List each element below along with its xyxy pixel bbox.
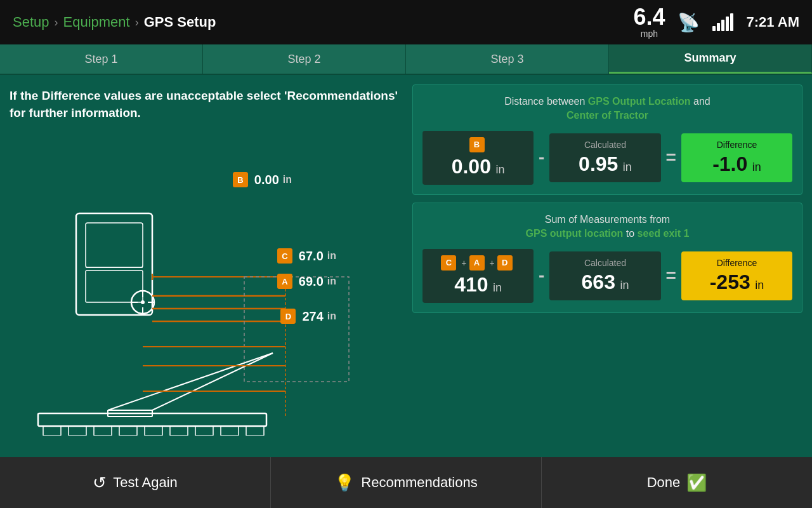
tractor-diagram: B 0.00 in C 67.0 in A 69.0 in D 274 in (10, 131, 403, 448)
a-badge: A (277, 274, 292, 289)
card2-highlight1: GPS output location (526, 228, 624, 239)
d-label: D 274 in (280, 309, 336, 324)
card-sum-measurements: Sum of Measurements from GPS output loca… (412, 203, 802, 313)
breadcrumb-arrow-2: › (135, 16, 139, 29)
a-value: 69.0 (299, 274, 324, 289)
breadcrumb-gps-setup: GPS Setup (144, 14, 216, 30)
recommendations-label: Recommendations (361, 474, 477, 491)
card2-row: C + A + D 410 in - Calculated 663 in = (422, 249, 792, 303)
card2-equals: = (666, 265, 676, 286)
left-panel: If the Difference values are unacceptabl… (10, 84, 403, 448)
card1-highlight2: Center of Tractor (566, 110, 648, 121)
card1-equals: = (666, 147, 676, 168)
top-right-info: 6.4 mph 📡 7:21 AM (633, 6, 799, 39)
test-again-button[interactable]: ↺ Test Again (0, 457, 271, 508)
tab-step3[interactable]: Step 3 (406, 44, 609, 74)
main-content: If the Difference values are unacceptabl… (0, 75, 812, 457)
recommendations-icon: 💡 (334, 473, 355, 493)
card2-difference-label: Difference (691, 258, 783, 268)
card1-row: B 0.00 in - Calculated 0.95 in = Differe… (422, 131, 792, 185)
card1-minus: - (539, 147, 544, 168)
card2-measured-value: 410 (454, 273, 488, 296)
c-unit: in (327, 250, 336, 262)
card1-measured-unit: in (495, 163, 504, 176)
card2-highlight2: seed exit 1 (638, 228, 690, 239)
tab-summary[interactable]: Summary (609, 44, 812, 74)
speed-unit: mph (633, 29, 665, 39)
d-value: 274 (302, 309, 323, 324)
d-unit: in (327, 311, 336, 322)
signal-phone-icon: 📡 (678, 12, 700, 33)
card2-a-badge: A (469, 255, 485, 271)
right-panel: Distance between GPS Output Location and… (412, 84, 802, 448)
b-badge: B (233, 172, 248, 187)
card2-calculated-label: Calculated (559, 258, 651, 268)
a-label: A 69.0 in (277, 274, 336, 289)
card2-title2: to (626, 228, 638, 239)
card1-highlight1: GPS Output Location (588, 96, 691, 107)
card2-difference-unit: in (755, 279, 764, 291)
card1-difference-value: -1.0 (712, 152, 747, 175)
card2-measured-box: C + A + D 410 in (422, 249, 534, 303)
svg-point-6 (141, 300, 145, 304)
tab-step2[interactable]: Step 2 (203, 44, 406, 74)
test-again-icon: ↺ (93, 473, 107, 493)
done-label: Done (647, 474, 681, 491)
done-button[interactable]: Done ✅ (542, 457, 812, 508)
card2-calculated-unit: in (620, 279, 629, 291)
time-display: 7:21 AM (746, 14, 799, 30)
c-value: 67.0 (299, 249, 324, 264)
card1-title: Distance between GPS Output Location and… (422, 95, 792, 123)
breadcrumb: Setup › Equipment › GPS Setup (13, 14, 216, 30)
recommendations-button[interactable]: 💡 Recommendations (271, 457, 542, 508)
card2-badge-row: C + A + D (432, 255, 524, 271)
tab-step1[interactable]: Step 1 (0, 44, 203, 74)
card1-calculated-box: Calculated 0.95 in (549, 133, 660, 182)
card1-difference-label: Difference (691, 140, 783, 150)
card1-calculated-label: Calculated (559, 140, 651, 150)
card1-measured-box: B 0.00 in (422, 131, 534, 185)
card1-calculated-value: 0.95 (579, 152, 618, 175)
tractor-svg (19, 144, 393, 436)
top-bar: Setup › Equipment › GPS Setup 6.4 mph 📡 … (0, 0, 812, 44)
b-unit: in (283, 174, 292, 185)
card1-difference-unit: in (752, 161, 761, 173)
card2-calculated-value: 663 (582, 271, 615, 293)
card2-d-badge: D (497, 255, 513, 271)
instruction-text: If the Difference values are unacceptabl… (10, 84, 403, 124)
c-badge: C (277, 248, 292, 264)
b-label: B 0.00 in (233, 172, 292, 187)
breadcrumb-setup[interactable]: Setup (13, 14, 49, 30)
card2-difference-box: Difference -253 in (681, 251, 792, 300)
d-badge: D (280, 309, 296, 324)
breadcrumb-equipment[interactable]: Equipment (63, 14, 130, 30)
card2-title: Sum of Measurements from GPS output loca… (422, 213, 792, 241)
b-value: 0.00 (254, 173, 279, 187)
card2-difference-value: -253 (710, 271, 750, 293)
card2-c-badge: C (441, 255, 456, 271)
speed-value: 6.4 (633, 6, 665, 29)
card1-badge-row: B (432, 137, 524, 152)
signal-bars-icon (712, 13, 733, 31)
bottom-bar: ↺ Test Again 💡 Recommendations Done ✅ (0, 457, 812, 508)
card1-b-badge: B (469, 137, 485, 152)
speed-display: 6.4 mph (633, 6, 665, 39)
card1-measured-value: 0.00 (452, 155, 491, 178)
card2-minus: - (539, 265, 544, 286)
breadcrumb-arrow-1: › (55, 16, 58, 29)
card2-measured-unit: in (493, 281, 502, 294)
tab-bar: Step 1 Step 2 Step 3 Summary (0, 44, 812, 75)
c-label: C 67.0 in (277, 248, 336, 264)
a-unit: in (327, 276, 336, 287)
card-gps-distance: Distance between GPS Output Location and… (412, 84, 802, 195)
card1-difference-box: Difference -1.0 in (681, 133, 792, 182)
test-again-label: Test Again (113, 474, 178, 491)
card1-calculated-unit: in (623, 161, 632, 173)
card2-calculated-box: Calculated 663 in (549, 251, 660, 300)
done-icon: ✅ (686, 473, 707, 493)
